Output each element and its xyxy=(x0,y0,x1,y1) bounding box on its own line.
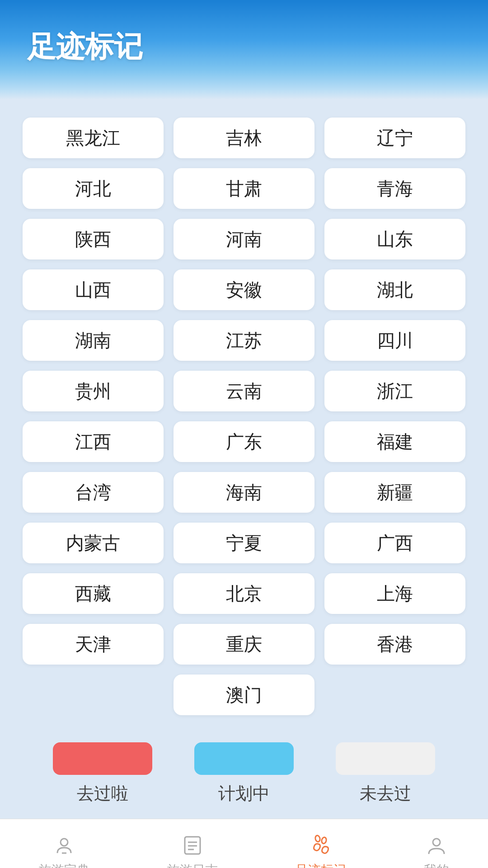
nav-items: 旅游宝典 旅游日志 xyxy=(0,828,488,868)
province-btn-广东[interactable]: 广东 xyxy=(174,421,314,462)
province-btn-内蒙古[interactable]: 内蒙古 xyxy=(23,523,164,563)
province-btn-河北[interactable]: 河北 xyxy=(23,168,164,209)
mine-icon xyxy=(424,833,449,858)
legend-label-planned: 计划中 xyxy=(218,782,270,805)
province-btn-台湾[interactable]: 台湾 xyxy=(23,472,164,513)
province-btn-湖北[interactable]: 湖北 xyxy=(324,269,465,310)
bottom-nav: 旅游宝典 旅游日志 xyxy=(0,819,488,868)
footprint-icon xyxy=(308,833,333,858)
province-btn-上海[interactable]: 上海 xyxy=(324,573,465,614)
province-btn-浙江[interactable]: 浙江 xyxy=(324,371,465,411)
page-title: 足迹标记 xyxy=(27,27,488,66)
province-btn-重庆[interactable]: 重庆 xyxy=(174,624,314,665)
province-btn-青海[interactable]: 青海 xyxy=(324,168,465,209)
province-btn-黑龙江[interactable]: 黑龙江 xyxy=(23,118,164,158)
legend: 去过啦 计划中 未去过 xyxy=(23,742,465,805)
province-btn-吉林[interactable]: 吉林 xyxy=(174,118,314,158)
legend-label-unvisited: 未去过 xyxy=(360,782,411,805)
travel-diary-icon xyxy=(180,833,205,858)
province-btn-江西[interactable]: 江西 xyxy=(23,421,164,462)
province-btn-北京[interactable]: 北京 xyxy=(174,573,314,614)
legend-item-visited: 去过啦 xyxy=(53,742,152,805)
province-btn-甘肃[interactable]: 甘肃 xyxy=(174,168,314,209)
legend-color-visited xyxy=(53,742,152,775)
svg-point-8 xyxy=(433,839,440,846)
province-btn-西藏[interactable]: 西藏 xyxy=(23,573,164,614)
province-btn-海南[interactable]: 海南 xyxy=(174,472,314,513)
province-btn-陕西[interactable]: 陕西 xyxy=(23,219,164,259)
province-btn-安徽[interactable]: 安徽 xyxy=(174,269,314,310)
legend-color-unvisited xyxy=(336,742,435,775)
province-btn-香港[interactable]: 香港 xyxy=(324,624,465,665)
province-btn-辽宁[interactable]: 辽宁 xyxy=(324,118,465,158)
province-btn-新疆[interactable]: 新疆 xyxy=(324,472,465,513)
province-btn-贵州[interactable]: 贵州 xyxy=(23,371,164,411)
province-btn-山东[interactable]: 山东 xyxy=(324,219,465,259)
province-btn-云南[interactable]: 云南 xyxy=(174,371,314,411)
nav-label-travel-guide: 旅游宝典 xyxy=(39,862,89,868)
legend-item-unvisited: 未去过 xyxy=(336,742,435,805)
legend-label-visited: 去过啦 xyxy=(77,782,128,805)
province-btn-湖南[interactable]: 湖南 xyxy=(23,320,164,361)
province-btn-山西[interactable]: 山西 xyxy=(23,269,164,310)
header: 足迹标记 xyxy=(0,0,488,99)
province-btn-河南[interactable]: 河南 xyxy=(174,219,314,259)
province-btn-天津[interactable]: 天津 xyxy=(23,624,164,665)
province-btn-广西[interactable]: 广西 xyxy=(324,523,465,563)
nav-item-travel-diary[interactable]: 旅游日志 xyxy=(158,828,227,868)
province-btn-四川[interactable]: 四川 xyxy=(324,320,465,361)
nav-item-mine[interactable]: 我的 xyxy=(415,828,458,868)
travel-guide-icon xyxy=(52,833,77,858)
nav-label-footprint: 足迹标记 xyxy=(296,862,346,868)
legend-item-planned: 计划中 xyxy=(194,742,294,805)
province-btn-福建[interactable]: 福建 xyxy=(324,421,465,462)
nav-item-travel-guide[interactable]: 旅游宝典 xyxy=(30,828,99,868)
province-btn-宁夏[interactable]: 宁夏 xyxy=(174,523,314,563)
svg-point-0 xyxy=(61,839,68,846)
province-btn-江苏[interactable]: 江苏 xyxy=(174,320,314,361)
nav-label-mine: 我的 xyxy=(424,862,449,868)
province-btn-澳门[interactable]: 澳门 xyxy=(174,675,314,715)
legend-color-planned xyxy=(194,742,294,775)
svg-point-7 xyxy=(321,837,327,844)
province-grid: 黑龙江吉林辽宁河北甘肃青海陕西河南山东山西安徽湖北湖南江苏四川贵州云南浙江江西广… xyxy=(23,118,465,715)
main-content: 黑龙江吉林辽宁河北甘肃青海陕西河南山东山西安徽湖北湖南江苏四川贵州云南浙江江西广… xyxy=(0,99,488,819)
nav-item-footprint[interactable]: 足迹标记 xyxy=(286,828,355,868)
svg-point-6 xyxy=(314,835,320,842)
nav-label-travel-diary: 旅游日志 xyxy=(167,862,218,868)
